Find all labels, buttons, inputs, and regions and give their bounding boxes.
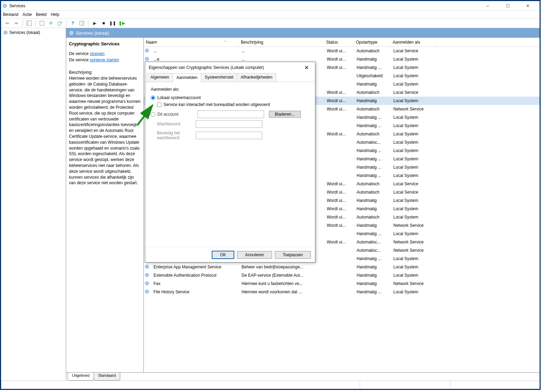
cell-logon: Local System <box>391 231 436 236</box>
maximize-button[interactable]: ☐ <box>501 2 515 9</box>
cell-name: ... <box>151 48 239 53</box>
gear-icon <box>145 273 150 278</box>
tab-algemeen[interactable]: Algemeen <box>147 73 173 82</box>
table-row[interactable]: Enterprise App Management ServiceBeheer … <box>144 263 540 271</box>
cell-logon: Local System <box>391 57 436 62</box>
col-start[interactable]: Opstarttype <box>354 38 391 46</box>
menu-bestand[interactable]: Bestand <box>3 12 18 17</box>
col-status[interactable]: Status <box>324 38 354 46</box>
cell-desc: De EAP-service (Extensible Aut... <box>239 273 325 278</box>
link-stop[interactable]: stoppen <box>90 51 105 56</box>
cell-logon: Local System <box>391 157 436 161</box>
view-button[interactable] <box>25 19 33 27</box>
tab-aanmelden[interactable]: Aanmelden <box>173 73 201 82</box>
cell-start: Automatisc... <box>355 248 391 253</box>
gear-icon <box>145 48 150 54</box>
table-row[interactable]: File History ServiceHiermee wordt voorko… <box>144 288 540 296</box>
cell-logon: Local System <box>391 273 436 278</box>
menu-beeld[interactable]: Beeld <box>36 12 47 17</box>
cell-start: Automatisch <box>355 215 391 220</box>
dialog-tabs: Algemeen Aanmelden Systeemherstel Afhank… <box>145 73 315 82</box>
cell-logon: Local Service <box>391 90 436 95</box>
tab-uitgebreid[interactable]: Uitgebreid <box>68 373 94 381</box>
cell-name: File History Service <box>151 289 239 294</box>
cell-start: Automatisch <box>355 90 391 95</box>
cell-status: Wordt ui... <box>325 65 355 70</box>
cell-status: Wordt ui... <box>325 132 355 136</box>
col-desc[interactable]: Beschrijving <box>239 38 324 46</box>
menu-actie[interactable]: Actie <box>23 12 32 17</box>
col-name[interactable]: Naam^ <box>144 38 239 46</box>
minimize-button[interactable]: ─ <box>481 2 495 9</box>
properties-button[interactable] <box>38 19 46 27</box>
table-row[interactable]: ......Wordt ui...AutomatischLocal Servic… <box>144 47 540 55</box>
check-interactive-label: Service kan interactief met bureaublad w… <box>164 102 270 107</box>
cell-logon: Local System <box>391 148 436 153</box>
tab-standaard[interactable]: Standaard <box>94 373 120 381</box>
refresh-button[interactable]: ⟳ <box>47 19 55 27</box>
close-button[interactable]: ✕ <box>521 2 535 9</box>
cell-name: Fax <box>151 281 239 286</box>
radio-local-system[interactable] <box>151 96 155 100</box>
tab-afhankelijkheden[interactable]: Afhankelijkheden <box>237 73 276 82</box>
export-button[interactable] <box>56 19 64 27</box>
ok-button[interactable]: OK <box>212 251 234 259</box>
confirm-password-input[interactable] <box>196 132 262 139</box>
radio-this-account[interactable] <box>151 112 155 117</box>
gear-icon <box>2 3 7 8</box>
cell-start: Handmatig ... <box>355 115 391 120</box>
cell-status: Wordt ui... <box>325 90 355 95</box>
gear-icon <box>145 264 150 270</box>
cell-start: Handmatig <box>355 198 391 203</box>
password-input[interactable] <box>196 120 262 128</box>
stop-button[interactable]: ■ <box>99 19 108 27</box>
cell-start: Handmatig <box>355 206 391 211</box>
dialog-close-button[interactable]: ✕ <box>301 64 312 71</box>
back-button[interactable]: ⇦ <box>3 19 11 27</box>
browse-button[interactable]: Bladeren... <box>269 111 301 118</box>
check-interactive[interactable] <box>157 103 161 107</box>
radio-this-account-label: Dit account: <box>157 112 195 117</box>
apply-button[interactable]: Toepassen <box>275 251 311 259</box>
cell-logon: Local System <box>391 198 436 203</box>
svg-point-70 <box>146 291 148 292</box>
tab-systeemherstel[interactable]: Systeemherstel <box>201 73 237 82</box>
svg-point-1 <box>4 5 6 7</box>
play-button[interactable]: ▶ <box>90 19 99 27</box>
menu-help[interactable]: Help <box>51 12 59 17</box>
restart-button[interactable]: ❚▶ <box>117 19 126 27</box>
pause-button[interactable]: ❚❚ <box>108 19 117 27</box>
table-row[interactable]: Extensible Authentication ProtocolDe EAP… <box>144 271 540 279</box>
prop2-button[interactable] <box>78 19 86 27</box>
cell-logon: Local System <box>391 173 436 178</box>
cell-start: Handmatig ... <box>355 256 391 261</box>
statusbar <box>1 381 540 387</box>
cell-start: Automatisch <box>355 181 391 186</box>
tree-item-services[interactable]: Services (lokaal) <box>2 29 64 36</box>
forward-button[interactable]: ⇨ <box>12 19 20 27</box>
cell-logon: Network Service <box>391 223 436 228</box>
cell-status: Wordt ui... <box>325 190 355 195</box>
cell-logon: Local System <box>391 206 436 211</box>
link-restart[interactable]: opnieuw starten <box>90 57 119 62</box>
cell-logon: Local System <box>391 115 436 120</box>
cell-logon: Local System <box>391 98 436 103</box>
titlebar: Services ─ ☐ ✕ <box>1 1 540 11</box>
cell-status: Wordt ui... <box>325 181 355 186</box>
right-header: Services (lokaal) <box>66 28 540 38</box>
account-input[interactable] <box>198 110 264 118</box>
cell-start: Automatisch <box>355 107 391 112</box>
cell-start: Automatisch <box>355 48 391 53</box>
cancel-button[interactable]: Annuleren <box>237 251 272 259</box>
help-button[interactable]: ? <box>69 19 77 27</box>
col-logon[interactable]: Aanmelden als <box>391 38 436 46</box>
bottom-tabs: Uitgebreid Standaard <box>66 372 540 381</box>
dialog-body: Aanmelden als: Lokaal systeemaccount Ser… <box>145 82 315 247</box>
cell-logon: Network Service <box>391 248 436 253</box>
dialog-title: Eigenschappen van Cryptographic Services… <box>149 65 301 70</box>
service-name: Cryptographic Services <box>69 41 141 46</box>
cell-start: Automatisch <box>355 190 391 195</box>
cell-start: Handmatig ... <box>355 289 391 294</box>
svg-point-12 <box>146 50 148 51</box>
table-row[interactable]: FaxHiermee kunt u faxberichten ve...Hand… <box>144 279 540 288</box>
